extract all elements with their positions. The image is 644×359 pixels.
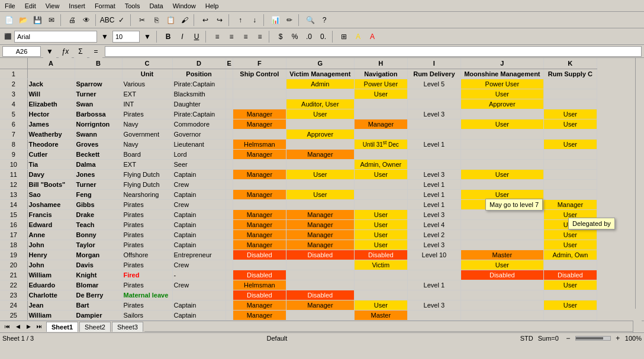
cell-K7[interactable] [543, 129, 597, 139]
cell-H1[interactable]: Navigation [354, 69, 407, 79]
row-num-14[interactable]: 14 [0, 199, 27, 209]
row-num-18[interactable]: 18 [0, 240, 27, 250]
cell-F6[interactable]: Manager [233, 119, 286, 129]
cell-E11[interactable] [226, 169, 233, 179]
cell-E18[interactable] [226, 240, 233, 250]
align-right-btn[interactable]: ≡ [239, 30, 252, 43]
cell-H3[interactable]: User [354, 89, 407, 99]
cell-C4[interactable]: INT [122, 99, 172, 109]
menu-format[interactable]: Format [90, 1, 120, 11]
cell-J20[interactable]: User [461, 260, 543, 270]
font-size-dropdown-btn[interactable]: ▼ [98, 30, 111, 43]
add-decimal-btn[interactable]: .0 [302, 30, 315, 43]
cell-F8[interactable]: Helmsman [233, 139, 286, 149]
cell-I21[interactable] [407, 270, 461, 280]
align-left-btn[interactable]: ≡ [211, 30, 224, 43]
cell-ref-dropdown[interactable]: ▼ [43, 45, 56, 58]
cell-B14[interactable]: Gibbs [75, 199, 122, 209]
row-num-21[interactable]: 21 [0, 270, 27, 280]
cell-C7[interactable]: Government [122, 129, 172, 139]
col-header-I[interactable]: I [407, 58, 461, 69]
row-num-22[interactable]: 22 [0, 280, 27, 290]
cell-J4[interactable]: Approver [461, 99, 543, 109]
cell-A3[interactable]: Will [27, 89, 75, 99]
cell-B11[interactable]: Jones [75, 169, 122, 179]
bold-btn[interactable]: B [162, 30, 175, 43]
cell-B15[interactable]: Drake [75, 209, 122, 219]
font-size-dropdown2-btn[interactable]: ▼ [141, 30, 154, 43]
copy-btn[interactable]: ⎘ [150, 14, 163, 27]
styles-btn[interactable]: ⬛ [2, 30, 13, 43]
cell-G25[interactable] [286, 310, 354, 320]
cell-C20[interactable]: Pirates [122, 260, 172, 270]
cell-K23[interactable] [543, 290, 597, 300]
cell-D6[interactable]: Commodore [172, 119, 226, 129]
font-name-input[interactable] [14, 31, 97, 43]
cell-G12[interactable] [286, 179, 354, 189]
col-header-H[interactable]: H [354, 58, 407, 69]
zoom-in-btn[interactable]: + [613, 334, 623, 343]
cell-A18[interactable]: John [27, 240, 75, 250]
spell2-btn[interactable]: ✓ [115, 14, 128, 27]
cell-H17[interactable]: User [354, 229, 407, 240]
save-btn[interactable]: 💾 [31, 14, 44, 27]
cell-F10[interactable] [233, 159, 286, 169]
cell-I2[interactable]: Level 5 [407, 79, 461, 89]
menu-file[interactable]: File [0, 1, 20, 11]
cell-J7[interactable] [461, 129, 543, 139]
col-header-G[interactable]: G [286, 58, 354, 69]
cell-K10[interactable] [543, 159, 597, 169]
cell-F20[interactable] [233, 260, 286, 270]
borders-btn[interactable]: ⊞ [337, 30, 350, 43]
cell-K8[interactable]: User [543, 139, 597, 149]
cell-E2[interactable] [226, 79, 233, 89]
cell-E21[interactable] [226, 270, 233, 280]
cell-E22[interactable] [226, 280, 233, 290]
col-header-J[interactable]: J [461, 58, 543, 69]
cell-H24[interactable]: User [354, 300, 407, 310]
sort-asc-btn[interactable]: ↑ [234, 14, 247, 27]
sheet-nav-next[interactable]: ▶ [24, 322, 33, 331]
cell-E25[interactable] [226, 310, 233, 320]
cell-B12[interactable]: Turner [75, 179, 122, 189]
cell-G3[interactable] [286, 89, 354, 99]
row-num-24[interactable]: 24 [0, 300, 27, 310]
email-btn[interactable]: ✉ [45, 14, 58, 27]
cell-J6[interactable]: User [461, 119, 543, 129]
menu-edit[interactable]: Edit [20, 1, 41, 11]
cell-H18[interactable]: User [354, 240, 407, 250]
cell-H13[interactable] [354, 189, 407, 199]
cell-J1[interactable]: Moonshine Management [461, 69, 543, 79]
row-num-16[interactable]: 16 [0, 219, 27, 229]
cell-H10[interactable]: Admin, Owner [354, 159, 407, 169]
cell-B23[interactable]: De Berry [75, 290, 122, 300]
draw-btn[interactable]: ✏ [283, 14, 296, 27]
cell-K1[interactable]: Rum Supply C [543, 69, 597, 79]
cell-G8[interactable] [286, 139, 354, 149]
cell-A12[interactable]: Bill "Boots" [27, 179, 75, 189]
col-header-D[interactable]: D [172, 58, 226, 69]
cell-I20[interactable] [407, 260, 461, 270]
cell-B20[interactable]: Davis [75, 260, 122, 270]
row-num-1[interactable]: 1 [0, 69, 27, 79]
sheet-tab-1[interactable]: Sheet1 [46, 322, 78, 332]
cell-F22[interactable]: Helmsman [233, 280, 286, 290]
paste-btn[interactable]: 📋 [164, 14, 177, 27]
menu-tools[interactable]: Tools [120, 1, 145, 11]
cell-A16[interactable]: Edward [27, 219, 75, 229]
cell-A23[interactable]: Charlotte [27, 290, 75, 300]
row-num-6[interactable]: 6 [0, 119, 27, 129]
cell-A5[interactable]: Hector [27, 109, 75, 119]
cell-C1[interactable]: Unit [122, 69, 172, 79]
cell-A21[interactable]: William [27, 270, 75, 280]
cell-F14[interactable] [233, 199, 286, 209]
cell-H15[interactable]: User [354, 209, 407, 219]
help-btn[interactable]: ? [318, 14, 331, 27]
cell-I23[interactable] [407, 290, 461, 300]
cell-G20[interactable] [286, 260, 354, 270]
underline-btn[interactable]: U [190, 30, 203, 43]
cell-I9[interactable] [407, 149, 461, 159]
cell-I24[interactable]: Level 3 [407, 300, 461, 310]
cell-C13[interactable]: Nearshoring [122, 189, 172, 199]
cell-F21[interactable]: Disabled [233, 270, 286, 280]
